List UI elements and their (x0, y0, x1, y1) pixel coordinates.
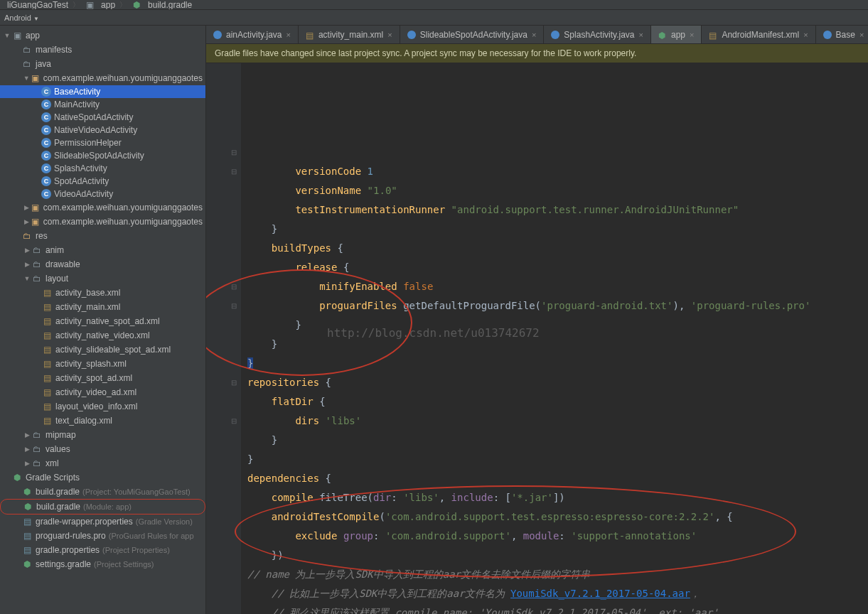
close-icon[interactable]: × (387, 31, 392, 39)
tree-item-java[interactable]: 🗀java (0, 57, 205, 71)
code-line[interactable]: androidTestCompile('com.android.support.… (247, 507, 862, 527)
code-line[interactable]: } (247, 431, 862, 450)
code-line[interactable]: } (247, 450, 862, 469)
code-line[interactable]: } (247, 220, 862, 239)
close-icon[interactable]: × (639, 31, 643, 39)
tab-androidmanifest-xml[interactable]: ▤AndroidManifest.xml× (702, 26, 815, 43)
gutter-line[interactable]: ⊟ (206, 373, 241, 392)
close-icon[interactable]: × (859, 31, 864, 39)
tree-item-activity-main-xml[interactable]: ▤activity_main.xml (0, 300, 205, 314)
gutter-line[interactable] (206, 392, 241, 411)
tree-item-nativespotadactivity[interactable]: CNativeSpotAdActivity (0, 111, 205, 124)
tree-arrow-icon[interactable]: ▼ (3, 32, 11, 39)
gutter-line[interactable]: ⊟ (206, 143, 241, 162)
code-line[interactable]: minifyEnabled false (247, 277, 862, 296)
tab-splashactivity-java[interactable]: SplashActivity.java× (544, 26, 651, 43)
code-line[interactable]: exclude group: 'com.android.support', mo… (247, 527, 862, 546)
gutter-line[interactable] (206, 527, 241, 546)
code-line[interactable]: } (247, 354, 862, 373)
tree-item-mainactivity[interactable]: CMainActivity (0, 98, 205, 111)
gutter-line[interactable]: ⊟ (206, 162, 241, 181)
tab-ainactivity-java[interactable]: ainActivity.java× (206, 26, 299, 43)
tree-arrow-icon[interactable]: ▶ (23, 261, 31, 268)
gutter-line[interactable]: ⊟ (206, 277, 241, 296)
code-line[interactable]: repositories { (247, 373, 862, 392)
tree-arrow-icon[interactable]: ▶ (23, 446, 31, 453)
code-line[interactable]: } (247, 335, 862, 354)
code-line[interactable]: dependencies { (247, 469, 862, 488)
gutter-line[interactable] (206, 603, 241, 614)
tree-item-splashactivity[interactable]: CSplashActivity (0, 162, 205, 175)
close-icon[interactable]: × (803, 31, 808, 39)
tree-item-baseactivity[interactable]: CBaseActivity (0, 85, 205, 98)
gutter-line[interactable] (206, 124, 241, 143)
code-line[interactable]: compile fileTree(dir: 'libs', include: [… (247, 488, 862, 507)
gutter-line[interactable] (206, 431, 241, 450)
tab-app[interactable]: ⬢app× (651, 26, 702, 43)
tree-item-nativevideoadactivity[interactable]: CNativeVideoAdActivity (0, 124, 205, 136)
tree-item-values[interactable]: ▶🗀values (0, 442, 205, 456)
tree-item-text-dialog-xml[interactable]: ▤text_dialog.xml (0, 414, 205, 428)
gutter-line[interactable]: ⊟ (206, 296, 241, 316)
code-editor[interactable]: ⊟⊟⊟⊟⊟⊟ http://blog.csdn.net/u013742672 v… (206, 63, 868, 614)
gutter-line[interactable] (206, 507, 241, 527)
tree-item-settings-gradle[interactable]: ⬢settings.gradle(Project Settings) (0, 557, 205, 571)
tree-item-layout[interactable]: ▼🗀layout (0, 271, 205, 286)
tree-item-slideablespotadactivity[interactable]: CSlideableSpotAdActivity (0, 149, 205, 162)
tree-item-gradle-properties[interactable]: ▤gradle.properties(Project Properties) (0, 543, 205, 557)
tree-item-drawable[interactable]: ▶🗀drawable (0, 257, 205, 271)
gutter-line[interactable] (206, 565, 241, 584)
gutter-line[interactable] (206, 66, 241, 85)
tree-item-activity-native-video-xml[interactable]: ▤activity_native_video.xml (0, 328, 205, 343)
tree-item-anim[interactable]: ▶🗀anim (0, 243, 205, 257)
tree-item-activity-native-spot-ad-xml[interactable]: ▤activity_native_spot_ad.xml (0, 314, 205, 328)
gutter-line[interactable] (206, 239, 241, 258)
breadcrumb-item[interactable]: ▣app (84, 0, 115, 10)
gutter-line[interactable] (206, 546, 241, 565)
project-tree[interactable]: ▼▣app🗀manifests🗀java▼▣com.example.weihua… (0, 26, 206, 614)
gutter-line[interactable] (206, 85, 241, 104)
code-content[interactable]: http://blog.csdn.net/u013742672 versionC… (242, 63, 868, 614)
tree-item-xml[interactable]: ▶🗀xml (0, 456, 205, 470)
tree-arrow-icon[interactable]: ▶ (23, 460, 31, 467)
tree-item-app[interactable]: ▼▣app (0, 28, 205, 43)
code-line[interactable]: proguardFiles getDefaultProguardFile('pr… (247, 296, 862, 316)
tab-base[interactable]: Base× (816, 26, 868, 43)
code-line[interactable]: } (247, 316, 862, 335)
gutter-line[interactable] (206, 469, 241, 488)
tree-item-build-gradle[interactable]: ⬢build.gradle(Module: app) (0, 499, 205, 515)
tree-item-activity-slideable-spot-ad-xml[interactable]: ▤activity_slideable_spot_ad.xml (0, 343, 205, 357)
code-line[interactable]: dirs 'libs' (247, 411, 862, 431)
close-icon[interactable]: × (532, 31, 536, 39)
tree-item-gradle-scripts[interactable]: ⬢Gradle Scripts (0, 470, 205, 485)
tree-item-com-example-weihuan-youmiguanggaotes[interactable]: ▼▣com.example.weihuan.youmiguanggaotes (0, 71, 205, 85)
gutter-line[interactable] (206, 488, 241, 507)
close-icon[interactable]: × (286, 31, 290, 39)
code-line[interactable]: versionName "1.0" (247, 181, 862, 200)
gutter-line[interactable] (206, 104, 241, 124)
gutter-line[interactable] (206, 181, 241, 200)
code-line[interactable]: }) (247, 546, 862, 565)
tree-item-manifests[interactable]: 🗀manifests (0, 43, 205, 57)
close-icon[interactable]: × (690, 31, 694, 39)
tree-item-permissionhelper[interactable]: CPermissionHelper (0, 136, 205, 149)
tree-item-gradle-wrapper-properties[interactable]: ▤gradle-wrapper.properties(Gradle Versio… (0, 515, 205, 529)
code-line[interactable]: flatDir { (247, 392, 862, 411)
tree-arrow-icon[interactable]: ▼ (23, 275, 31, 282)
code-line[interactable]: buildTypes { (247, 239, 862, 258)
breadcrumb-item[interactable]: ⬢build.gradle (131, 0, 192, 10)
breadcrumb-item[interactable]: liGuangGaoTest (7, 0, 68, 10)
tree-item-proguard-rules-pro[interactable]: ▤proguard-rules.pro(ProGuard Rules for a… (0, 529, 205, 543)
code-line[interactable]: testInstrumentationRunner "android.suppo… (247, 200, 862, 220)
tree-item-videoadactivity[interactable]: CVideoAdActivity (0, 188, 205, 200)
project-view-dropdown[interactable]: Android ▼ (4, 14, 39, 22)
tree-item-res[interactable]: 🗀res (0, 229, 205, 243)
tree-item-build-gradle[interactable]: ⬢build.gradle(Project: YouMiGuangGaoTest… (0, 485, 205, 499)
tree-item-mipmap[interactable]: ▶🗀mipmap (0, 428, 205, 442)
code-line[interactable]: // name 为上一步导入SDK中导入到工程的aar文件名去除文件后缀的字符串 (247, 565, 862, 584)
tree-item-com-example-weihuan-youmiguanggaotes[interactable]: ▶▣com.example.weihuan.youmiguanggaotes (0, 200, 205, 215)
code-line[interactable]: versionCode 1 (247, 162, 862, 181)
tree-item-activity-base-xml[interactable]: ▤activity_base.xml (0, 286, 205, 300)
sync-banner[interactable]: Gradle files have changed since last pro… (206, 44, 868, 63)
tab-activity-main-xml[interactable]: ▤activity_main.xml× (299, 26, 400, 43)
